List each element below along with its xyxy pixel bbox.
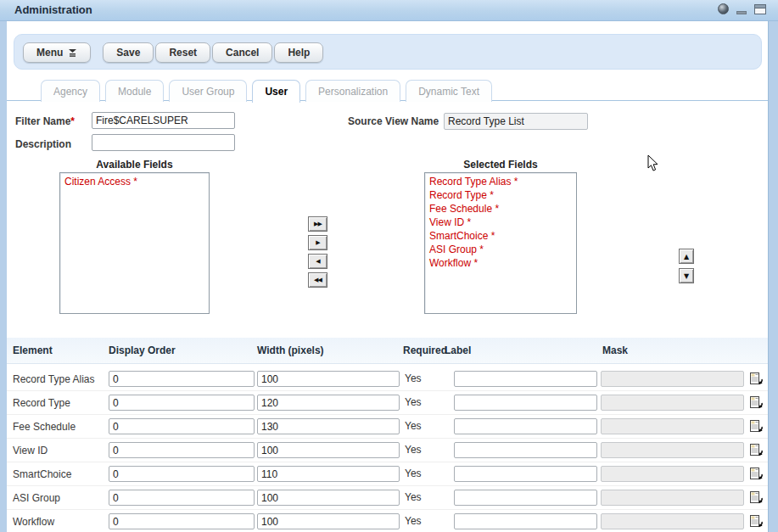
selected-field-item[interactable]: Fee Schedule * bbox=[425, 202, 576, 216]
display-order-input[interactable] bbox=[109, 371, 255, 387]
maximize-icon[interactable] bbox=[754, 4, 766, 14]
display-order-input[interactable] bbox=[109, 442, 255, 458]
width-input[interactable] bbox=[257, 395, 400, 411]
table-row: Workflow Yes bbox=[7, 510, 768, 532]
toolbar: Menu Save Reset Cancel Help bbox=[14, 34, 762, 70]
width-input[interactable] bbox=[257, 490, 400, 506]
display-order-input[interactable] bbox=[109, 513, 255, 529]
mask-input bbox=[601, 418, 744, 434]
tab[interactable]: Dynamic Text bbox=[406, 80, 492, 102]
label-input[interactable] bbox=[454, 371, 597, 387]
administration-window: Administration Menu Save Reset Cancel He… bbox=[0, 0, 778, 532]
menu-dropdown-icon bbox=[68, 49, 77, 57]
window-frame-left bbox=[0, 21, 7, 532]
required-value: Yes bbox=[405, 444, 422, 456]
column-header-mask: Mask bbox=[602, 344, 628, 356]
selected-field-item[interactable]: View ID * bbox=[425, 216, 576, 229]
table-row: Record Type Alias Yes bbox=[7, 367, 768, 391]
tab[interactable]: Personalization bbox=[305, 80, 400, 102]
width-input[interactable] bbox=[257, 513, 400, 529]
selected-field-item[interactable]: Record Type * bbox=[425, 188, 576, 202]
label-input[interactable] bbox=[454, 513, 597, 529]
mask-input bbox=[601, 513, 744, 529]
element-label: SmartChoice bbox=[13, 468, 71, 480]
required-value: Yes bbox=[405, 396, 422, 408]
move-all-right-button[interactable]: ▶▶ bbox=[308, 216, 327, 232]
width-input[interactable] bbox=[257, 418, 400, 434]
title-bar: Administration bbox=[0, 0, 778, 21]
filter-name-label: Filter Name* bbox=[15, 115, 75, 127]
window-title: Administration bbox=[14, 3, 92, 16]
tab[interactable]: Agency bbox=[41, 80, 100, 102]
mask-edit-icon bbox=[749, 467, 764, 481]
width-input[interactable] bbox=[257, 466, 400, 482]
selected-fields-list[interactable]: Record Type Alias * Record Type * Fee Sc… bbox=[424, 172, 577, 314]
mask-edit-icon bbox=[749, 419, 764, 434]
selected-field-item[interactable]: ASI Group * bbox=[425, 243, 576, 256]
width-input[interactable] bbox=[257, 442, 400, 458]
reset-button[interactable]: Reset bbox=[155, 42, 210, 63]
mask-edit-icon bbox=[749, 443, 764, 457]
mask-edit-icon bbox=[749, 395, 764, 410]
tab[interactable]: User bbox=[252, 80, 300, 103]
required-value: Yes bbox=[405, 420, 422, 432]
table-row: View ID Yes bbox=[7, 439, 768, 462]
window-options-icon[interactable] bbox=[718, 3, 729, 14]
tab[interactable]: User Group bbox=[169, 80, 247, 102]
mask-edit-icon bbox=[749, 490, 764, 505]
mask-input bbox=[601, 442, 744, 458]
description-input[interactable] bbox=[92, 134, 235, 151]
menu-button-label: Menu bbox=[36, 47, 63, 59]
selected-field-item[interactable]: Workflow * bbox=[425, 256, 576, 270]
element-label: View ID bbox=[13, 445, 48, 456]
move-down-button[interactable]: ▼ bbox=[679, 268, 694, 283]
table-row: Fee Schedule Yes bbox=[7, 415, 768, 439]
label-input[interactable] bbox=[454, 466, 597, 482]
mask-edit-button[interactable] bbox=[748, 513, 764, 529]
display-order-input[interactable] bbox=[109, 490, 255, 506]
source-view-name-input bbox=[444, 113, 588, 130]
move-all-left-button[interactable]: ◀◀ bbox=[308, 272, 327, 288]
element-label: ASI Group bbox=[13, 492, 60, 504]
mask-edit-button[interactable] bbox=[748, 490, 764, 505]
mask-input bbox=[601, 395, 744, 411]
menu-button[interactable]: Menu bbox=[23, 42, 91, 63]
label-input[interactable] bbox=[454, 395, 597, 411]
mask-edit-button[interactable] bbox=[748, 371, 764, 386]
label-input[interactable] bbox=[454, 418, 597, 434]
minimize-icon[interactable] bbox=[736, 11, 747, 14]
required-value: Yes bbox=[405, 515, 422, 527]
mask-input bbox=[601, 490, 744, 506]
display-order-input[interactable] bbox=[109, 418, 255, 434]
available-fields-list[interactable]: Citizen Access * bbox=[59, 172, 210, 314]
display-order-input[interactable] bbox=[109, 466, 255, 482]
element-label: Workflow bbox=[13, 516, 54, 528]
cancel-button[interactable]: Cancel bbox=[212, 42, 272, 63]
move-right-button[interactable]: ▶ bbox=[308, 235, 327, 250]
mask-edit-button[interactable] bbox=[748, 442, 764, 457]
available-field-item[interactable]: Citizen Access * bbox=[60, 175, 209, 188]
filter-name-input[interactable] bbox=[92, 112, 235, 129]
move-up-button[interactable]: ▲ bbox=[679, 249, 694, 264]
table-header: Element Display Order Width (pixels) Req… bbox=[7, 338, 768, 364]
mask-edit-button[interactable] bbox=[748, 418, 764, 434]
table-body: Record Type Alias Yes Recor bbox=[7, 367, 768, 532]
element-label: Fee Schedule bbox=[13, 421, 76, 433]
mask-input bbox=[601, 371, 744, 387]
display-order-input[interactable] bbox=[109, 395, 255, 411]
label-input[interactable] bbox=[454, 490, 597, 506]
mask-edit-icon bbox=[749, 372, 764, 386]
mask-edit-button[interactable] bbox=[748, 466, 764, 481]
tab[interactable]: Module bbox=[105, 80, 164, 102]
width-input[interactable] bbox=[257, 371, 400, 387]
label-input[interactable] bbox=[454, 442, 597, 458]
save-button[interactable]: Save bbox=[103, 42, 154, 63]
selected-field-item[interactable]: Record Type Alias * bbox=[425, 175, 576, 188]
help-button[interactable]: Help bbox=[274, 42, 323, 63]
selected-field-item[interactable]: SmartChoice * bbox=[425, 229, 576, 243]
selected-fields-label: Selected Fields bbox=[424, 159, 577, 171]
mask-edit-button[interactable] bbox=[748, 395, 764, 410]
column-header-display-order: Display Order bbox=[109, 344, 176, 356]
move-left-button[interactable]: ◀ bbox=[308, 254, 327, 269]
column-header-required: Required bbox=[403, 344, 447, 356]
